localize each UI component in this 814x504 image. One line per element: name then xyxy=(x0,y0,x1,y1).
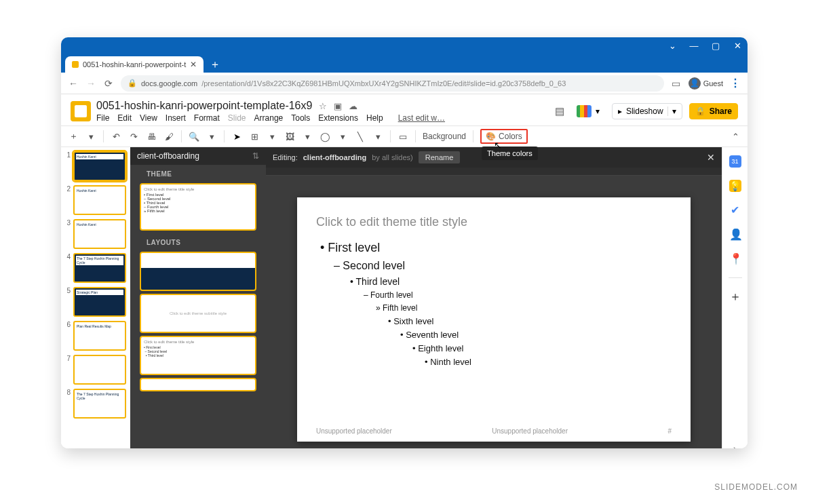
shape-tool[interactable]: ◯ xyxy=(319,132,330,142)
master-slide[interactable]: Click to edit theme title style First le… xyxy=(297,197,691,442)
colors-label: Colors xyxy=(499,132,522,141)
textbox-tool[interactable]: ⊞ xyxy=(249,132,260,142)
profile-chip[interactable]: 👤 Guest xyxy=(689,77,723,90)
menu-file[interactable]: File xyxy=(96,113,109,123)
share-button[interactable]: 🔒Share xyxy=(689,103,738,119)
browser-menu-button[interactable]: ⋮ xyxy=(730,77,741,90)
layout-thumbnail[interactable]: Click to edit theme title style • First … xyxy=(140,336,256,375)
placeholder-tool[interactable]: ▭ xyxy=(398,132,408,142)
tab-title: 0051-hoshin-kanri-powerpoint-t xyxy=(83,60,186,69)
minimize-button[interactable]: — xyxy=(689,41,699,51)
cursor-icon: ↖ xyxy=(494,140,502,151)
line-tool[interactable]: ╲ xyxy=(355,132,366,142)
slide-thumbnail[interactable] xyxy=(73,355,126,385)
install-app-icon[interactable]: ▭ xyxy=(671,78,682,89)
slideshow-button[interactable]: ▸Slideshow▾ xyxy=(612,103,682,119)
slide-thumbnail-panel: 1Hoshin Kanri 2Hoshin Kanri 3Hoshin Kanr… xyxy=(61,147,130,448)
theme-panel-header: client-offboarding ⇅ xyxy=(130,147,266,165)
paint-format-button[interactable]: 🖌 xyxy=(163,132,174,142)
caret-down-icon[interactable]: ▾ xyxy=(267,132,277,142)
tab-bar: 0051-hoshin-kanri-powerpoint-t ✕ ＋ xyxy=(61,55,748,73)
layout-thumbnail[interactable] xyxy=(140,378,256,391)
menu-insert[interactable]: Insert xyxy=(166,113,186,123)
close-theme-editor-button[interactable]: ✕ xyxy=(707,152,715,163)
new-slide-button[interactable]: ＋ xyxy=(68,130,79,142)
contacts-icon[interactable]: 👤 xyxy=(729,229,741,241)
back-button[interactable]: ← xyxy=(68,78,79,89)
menu-help[interactable]: Help xyxy=(366,113,383,123)
caret-down-icon[interactable]: ▾ xyxy=(372,132,383,142)
editing-label: Editing: xyxy=(273,153,298,161)
slide-thumbnail[interactable]: Strategic Plan xyxy=(73,287,126,317)
layout-thumbnail[interactable]: Click to edit theme subtitle style xyxy=(140,294,256,333)
slide-thumbnail[interactable]: Hoshin Kanri xyxy=(73,185,126,215)
star-icon[interactable]: ☆ xyxy=(319,101,327,111)
print-button[interactable]: 🖶 xyxy=(146,132,157,142)
section-layouts-label: LAYOUTS xyxy=(130,233,266,249)
slide-thumbnail[interactable]: Plan Real Results Map xyxy=(73,321,126,351)
maps-icon[interactable]: 📍 xyxy=(729,253,741,265)
slide-thumbnail[interactable]: The 7 Step Hoshin Planning Cycle xyxy=(73,253,126,283)
slide-thumbnail[interactable]: Hoshin Kanri xyxy=(73,219,126,249)
document-title[interactable]: 0051-hoshin-kanri-powerpoint-template-16… xyxy=(96,100,312,112)
theme-colors-button[interactable]: 🎨 Colors ↖ Theme colors xyxy=(480,129,528,144)
select-tool[interactable]: ➤ xyxy=(231,132,242,142)
menu-extensions[interactable]: Extensions xyxy=(318,113,358,123)
caret-down-icon[interactable]: ▾ xyxy=(667,106,676,116)
tasks-icon[interactable]: ✔ xyxy=(729,204,741,216)
caret-down-icon[interactable]: ▾ xyxy=(85,132,96,142)
redo-button[interactable]: ↷ xyxy=(128,132,139,142)
slide-thumbnail[interactable]: Hoshin Kanri xyxy=(73,151,126,181)
keep-icon[interactable]: 💡 xyxy=(729,180,741,192)
rename-button[interactable]: Rename xyxy=(419,151,461,163)
lock-icon: 🔒 xyxy=(128,79,137,88)
forward-button[interactable]: → xyxy=(85,78,96,89)
slide-title-placeholder[interactable]: Click to edit theme title style xyxy=(316,215,672,229)
slide-thumbnail[interactable]: The 7 Step Hoshin Planning Cycle xyxy=(73,389,126,419)
app-header: 0051-hoshin-kanri-powerpoint-template-16… xyxy=(61,94,748,125)
slides-favicon xyxy=(72,61,79,68)
collapse-toolbar-button[interactable]: ⌃ xyxy=(730,132,741,142)
add-on-button[interactable]: ＋ xyxy=(729,290,741,303)
comments-button[interactable]: ▤ xyxy=(555,105,564,117)
play-icon: ▸ xyxy=(618,106,622,116)
close-tab-icon[interactable]: ✕ xyxy=(190,60,197,69)
caret-down-icon[interactable]: ▾ xyxy=(206,132,217,142)
browser-tab[interactable]: 0051-hoshin-kanri-powerpoint-t ✕ xyxy=(65,56,204,73)
caret-down-icon[interactable]: ▾ xyxy=(302,132,313,142)
theme-builder-panel: client-offboarding ⇅ THEME Click to edit… xyxy=(130,147,266,448)
menu-slide[interactable]: Slide xyxy=(228,113,246,123)
close-window-button[interactable]: ✕ xyxy=(733,41,742,51)
meet-icon xyxy=(577,105,592,117)
menu-format[interactable]: Format xyxy=(194,113,220,123)
image-tool[interactable]: 🖼 xyxy=(284,132,295,142)
slide-body-placeholder[interactable]: First level Second level Third level Fou… xyxy=(316,239,672,369)
zoom-button[interactable]: 🔍 xyxy=(189,132,199,142)
menu-arrange[interactable]: Arrange xyxy=(254,113,284,123)
theme-master-thumbnail[interactable]: Click to edit theme title style • First … xyxy=(140,183,256,231)
background-button[interactable]: Background xyxy=(423,132,466,141)
browser-window: ⌄ — ▢ ✕ 0051-hoshin-kanri-powerpoint-t ✕… xyxy=(61,37,748,448)
url-field[interactable]: 🔒 docs.google.com/presentation/d/1Vs8x22… xyxy=(121,75,664,92)
chevron-down-icon[interactable]: ⌄ xyxy=(667,41,677,51)
ruler xyxy=(266,168,722,176)
reload-button[interactable]: ⟳ xyxy=(103,78,114,89)
hide-panel-button[interactable]: › xyxy=(729,443,741,448)
maximize-button[interactable]: ▢ xyxy=(711,41,720,51)
undo-button[interactable]: ↶ xyxy=(111,132,121,142)
calendar-icon[interactable]: 31 xyxy=(729,155,741,168)
new-tab-button[interactable]: ＋ xyxy=(208,58,222,73)
cloud-status-icon[interactable]: ☁ xyxy=(349,101,357,111)
slide-canvas[interactable]: Click to edit theme title style First le… xyxy=(266,176,722,448)
move-icon[interactable]: ▣ xyxy=(334,101,342,111)
theme-menu-icon[interactable]: ⇅ xyxy=(252,151,259,161)
menu-edit[interactable]: Edit xyxy=(117,113,132,123)
meet-button[interactable]: ▾ xyxy=(571,102,605,120)
menu-view[interactable]: View xyxy=(140,113,157,123)
menu-tools[interactable]: Tools xyxy=(291,113,310,123)
tooltip: Theme colors xyxy=(482,147,538,160)
layout-thumbnail[interactable] xyxy=(140,252,256,291)
caret-down-icon[interactable]: ▾ xyxy=(337,132,348,142)
last-edit-link[interactable]: Last edit w… xyxy=(398,113,445,123)
slides-logo[interactable] xyxy=(71,101,91,121)
